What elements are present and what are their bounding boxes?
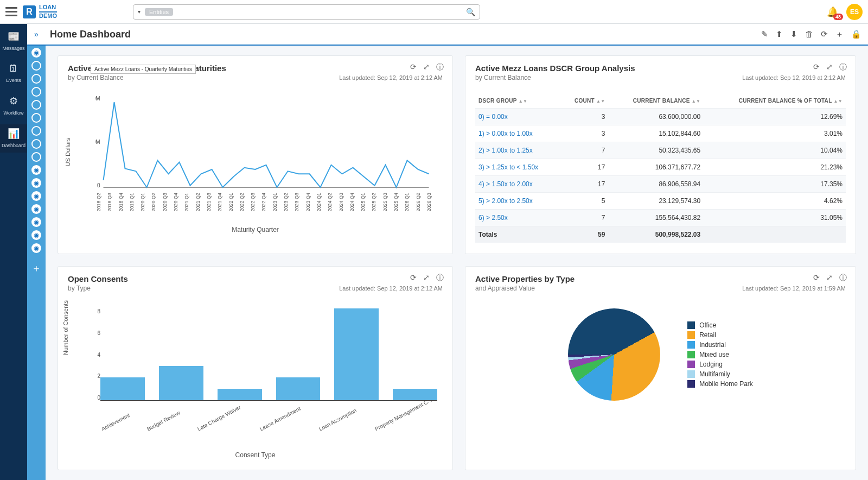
- menu-toggle-icon[interactable]: [5, 5, 17, 18]
- top-bar: R LOAN DEMO ▾ Entities 🔍 🔔 48 ES: [0, 0, 868, 24]
- notifications-badge: 48: [833, 14, 843, 20]
- brand-line1: LOAN: [39, 4, 57, 12]
- search-scope-chevron-icon[interactable]: ▾: [138, 9, 141, 15]
- notifications-bell-icon[interactable]: 🔔 48: [827, 6, 839, 18]
- logo-mark: R: [23, 5, 36, 18]
- user-avatar[interactable]: ES: [846, 4, 863, 20]
- search-input[interactable]: [177, 7, 462, 16]
- search-scope-label[interactable]: Entities: [145, 8, 173, 16]
- global-search[interactable]: ▾ Entities 🔍: [133, 4, 480, 20]
- brand-line2: DEMO: [39, 12, 57, 20]
- brand-logo[interactable]: R LOAN DEMO: [23, 4, 57, 19]
- search-icon[interactable]: 🔍: [466, 8, 475, 16]
